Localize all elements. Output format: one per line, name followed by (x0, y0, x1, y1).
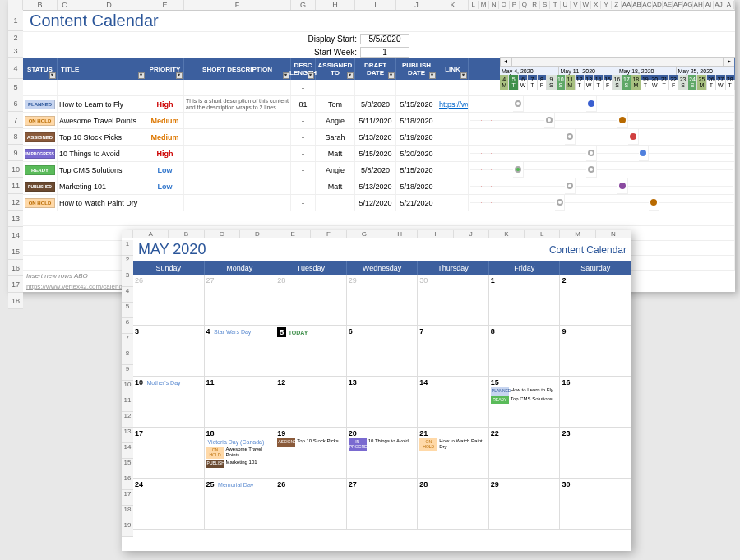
publish-date-cell[interactable]: 5/19/2020 (396, 129, 437, 145)
calendar-day-cell[interactable]: 15PLANNEDHow to Learn to FlyREADYTop CMS… (489, 377, 561, 428)
calendar-day-cell[interactable]: 28 (418, 479, 489, 530)
table-row[interactable]: PUBLISHEDMarketing 101Low-Matt5/13/20205… (23, 178, 735, 195)
calendar-day-cell[interactable]: 10 Mother's Day (133, 377, 205, 428)
filter-arrow-icon[interactable] (308, 72, 314, 79)
calendar-day-cell[interactable]: 13 (347, 377, 419, 428)
table-row[interactable]: READYTop CMS SolutionsLow-Angie5/8/20205… (23, 162, 735, 178)
filter-arrow-icon[interactable] (138, 72, 145, 79)
table-row[interactable]: ON HOLDHow to Watch Paint Dry-5/12/20205… (23, 195, 735, 211)
calendar-day-cell[interactable]: 3 (133, 326, 205, 377)
filter-arrow-icon[interactable] (347, 72, 354, 79)
priority-cell[interactable]: High (146, 146, 184, 161)
draft-date-cell[interactable]: 5/11/2020 (355, 113, 396, 128)
title-cell[interactable]: How to Watch Paint Dry (58, 195, 146, 211)
assigned-cell[interactable]: Angie (316, 162, 355, 178)
link-cell[interactable]: https://ww (439, 100, 469, 109)
calendar-day-cell[interactable]: 30 (560, 479, 631, 530)
publish-date-cell[interactable]: 5/20/2020 (396, 146, 437, 161)
calendar-day-cell[interactable]: 16 (560, 377, 631, 428)
filter-arrow-icon[interactable] (460, 72, 467, 79)
calendar-day-cell[interactable]: 24 (133, 479, 205, 530)
calendar-day-cell[interactable]: 6 (347, 326, 419, 377)
assigned-cell[interactable]: Matt (316, 146, 355, 161)
filter-arrow-icon[interactable] (429, 72, 436, 79)
table-row[interactable]: IN PROGRESS10 Things to AvoidHigh-Matt5/… (23, 146, 735, 162)
title-cell[interactable]: Top CMS Solutions (58, 162, 146, 178)
publish-date-cell[interactable]: 5/21/2020 (396, 195, 437, 211)
calendar-event[interactable]: ON HOLDAwesome Travel Points (206, 447, 274, 459)
calendar-day-cell[interactable]: 26 (133, 275, 205, 326)
filter-arrow-icon[interactable] (176, 72, 183, 79)
calendar-day-cell[interactable]: 29 (489, 479, 561, 530)
calendar-day-cell[interactable]: 29 (347, 275, 419, 326)
display-start-value[interactable]: 5/5/2020 (360, 34, 409, 44)
publish-date-cell[interactable]: 5/18/2020 (396, 113, 437, 128)
calendar-day-cell[interactable]: 2 (560, 275, 631, 326)
publish-date-cell[interactable]: 5/15/2020 (396, 162, 437, 178)
draft-date-cell[interactable]: 5/8/2020 (355, 96, 396, 112)
filter-arrow-icon[interactable] (49, 72, 56, 79)
calendar-event[interactable]: PUBLISHEDMarketing 101 (206, 460, 274, 468)
calendar-day-cell[interactable]: 9 (560, 326, 631, 377)
calendar-day-cell[interactable]: 8 (489, 326, 561, 377)
calendar-day-cell[interactable]: 23 (560, 428, 631, 479)
priority-cell[interactable] (146, 195, 184, 211)
calendar-event[interactable]: IN PROGRESS10 Things to Avoid (349, 438, 416, 451)
filter-arrow-icon[interactable] (283, 72, 289, 79)
assigned-cell[interactable]: Angie (316, 113, 355, 128)
table-row[interactable]: ON HOLDAwesome Travel PointsMedium-Angie… (23, 113, 735, 129)
table-row-empty[interactable] (23, 211, 735, 226)
calendar-event[interactable]: READYTop CMS Solutions (491, 396, 558, 405)
calendar-event[interactable]: ASSIGNEDTop 10 Stock Picks (277, 438, 345, 447)
calendar-event[interactable]: ON HOLDHow to Watch Paint Dry (419, 438, 487, 451)
calendar-day-cell[interactable]: 30 (418, 275, 489, 326)
calendar-day-cell[interactable]: 14 (418, 377, 489, 428)
calendar-day-cell[interactable]: 28 (275, 275, 347, 326)
table-row[interactable]: PLANNEDHow to Learn to FlyHighThis is a … (23, 96, 735, 113)
table-row[interactable]: ASSIGNEDTop 10 Stock PicksMedium-Sarah5/… (23, 129, 735, 146)
calendar-day-cell[interactable]: 5 TODAY (275, 326, 347, 377)
calendar-day-cell[interactable]: 26 (275, 479, 347, 530)
calendar-day-cell[interactable]: 21ON HOLDHow to Watch Paint Dry (418, 428, 489, 479)
filter-arrow-icon[interactable] (388, 72, 395, 79)
assigned-cell[interactable]: Sarah (316, 129, 355, 145)
calendar-day-cell[interactable]: 1 (489, 275, 561, 326)
calendar-day-cell[interactable]: 22 (489, 428, 561, 479)
description-cell[interactable]: This is a short description of this cont… (186, 98, 289, 110)
draft-date-cell[interactable]: 5/8/2020 (355, 162, 396, 178)
calendar-day-number: 24 (135, 480, 143, 488)
assigned-cell[interactable]: Tom (316, 96, 355, 112)
calendar-day-cell[interactable]: 20IN PROGRESS10 Things to Avoid (347, 428, 419, 479)
draft-date-cell[interactable]: 5/13/2020 (355, 129, 396, 145)
assigned-cell[interactable]: Matt (316, 178, 355, 194)
calendar-event[interactable]: PLANNEDHow to Learn to Fly (491, 387, 558, 396)
calendar-day-cell[interactable]: 19ASSIGNEDTop 10 Stock Picks (275, 428, 347, 479)
desc-length-cell: - (291, 129, 316, 145)
assigned-cell[interactable] (316, 195, 355, 211)
priority-cell[interactable]: Medium (146, 113, 184, 128)
calendar-day-cell[interactable]: 27 (347, 479, 419, 530)
priority-cell[interactable]: Low (146, 162, 184, 178)
draft-date-cell[interactable]: 5/15/2020 (355, 146, 396, 161)
title-cell[interactable]: Awesome Travel Points (58, 113, 146, 128)
calendar-day-cell[interactable]: 4 Star Wars Day (205, 326, 276, 377)
priority-cell[interactable]: Medium (146, 129, 184, 145)
publish-date-cell[interactable]: 5/18/2020 (396, 178, 437, 194)
title-cell[interactable]: Marketing 101 (58, 178, 146, 194)
title-cell[interactable]: How to Learn to Fly (58, 96, 146, 112)
calendar-day-cell[interactable]: 27 (205, 275, 276, 326)
draft-date-cell[interactable]: 5/13/2020 (355, 178, 396, 194)
title-cell[interactable]: Top 10 Stock Picks (58, 129, 146, 145)
calendar-day-cell[interactable]: 18 Victoria Day (Canada)ON HOLDAwesome T… (205, 428, 276, 479)
calendar-day-cell[interactable]: 7 (418, 326, 489, 377)
calendar-day-cell[interactable]: 12 (275, 377, 347, 428)
calendar-day-cell[interactable]: 17 (133, 428, 205, 479)
calendar-day-cell[interactable]: 11 (205, 377, 276, 428)
draft-date-cell[interactable]: 5/12/2020 (355, 195, 396, 211)
start-week-value[interactable]: 1 (360, 47, 409, 58)
title-cell[interactable]: 10 Things to Avoid (58, 146, 146, 161)
priority-cell[interactable]: Low (146, 178, 184, 194)
calendar-day-cell[interactable]: 25 Memorial Day (205, 479, 276, 530)
publish-date-cell[interactable]: 5/15/2020 (396, 96, 437, 112)
priority-cell[interactable]: High (146, 96, 184, 112)
